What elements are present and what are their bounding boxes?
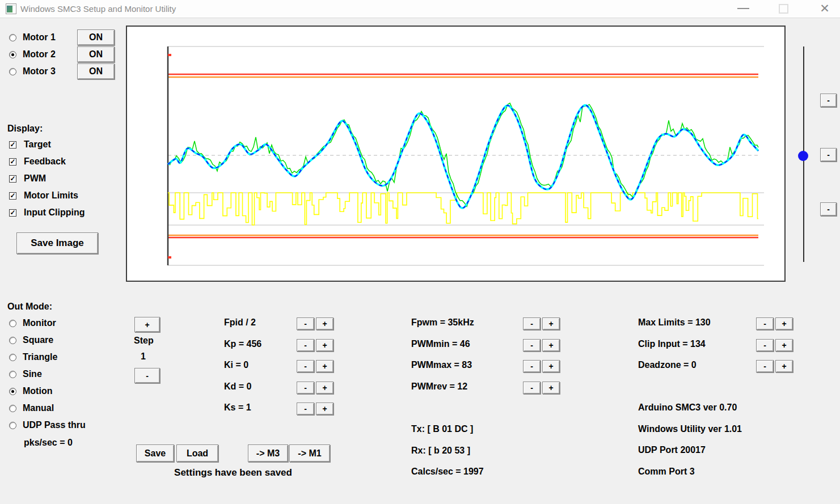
arduino-version: Arduino SMC3 ver 0.70 [638,403,737,413]
titlebar: Windows SMC3 Setup and Monitor Utility ✕ [0,0,840,18]
fpwm-plus-button[interactable]: + [542,317,560,330]
fpwm-minus-button[interactable]: - [523,317,541,330]
to-m3-button[interactable]: -> M3 [248,444,288,462]
scope-panel [126,26,786,282]
rx-readout: Rx: [ b 20 53 ] [411,446,470,456]
step-value: 1 [141,351,146,362]
app-icon [6,3,16,14]
clip-input-minus-button[interactable]: - [756,339,774,351]
udp-port: UDP Port 20017 [638,445,706,455]
kd-value: Kd = 0 [224,382,251,392]
scale-slider-handle[interactable] [798,151,808,161]
window-title: Windows SMC3 Setup and Monitor Utility [20,0,176,18]
minimize-icon[interactable] [737,0,749,18]
utility-version: Windows Utility ver 1.01 [638,424,742,434]
target-checkbox[interactable]: ✓ [9,141,16,149]
motor3-on-button[interactable]: ON [77,63,115,79]
max-limits-minus-button[interactable]: - [756,317,774,330]
deadzone-minus-button[interactable]: - [756,360,774,372]
motor2-on-button[interactable]: ON [77,46,115,62]
pwmmin-plus-button[interactable]: + [542,339,560,351]
motor1-on-button[interactable]: ON [77,29,115,45]
max-limits-plus-button[interactable]: + [775,317,793,330]
feedback-label: Feedback [24,156,66,167]
pwmmax-plus-button[interactable]: + [542,360,560,372]
fpid-value: Fpid / 2 [224,317,256,328]
square-label: Square [23,335,53,345]
close-icon[interactable]: ✕ [818,0,831,18]
scope-canvas [127,27,784,281]
save-button[interactable]: Save [136,444,174,462]
feedback-checkbox[interactable]: ✓ [9,158,16,166]
manual-label: Manual [23,403,54,413]
clip-input-value: Clip Input = 134 [638,339,706,349]
pwmmax-value: PWMmax = 83 [411,360,472,370]
motor-limits-label: Motor Limits [24,190,78,201]
ki-plus-button[interactable]: + [316,360,334,372]
load-button[interactable]: Load [176,444,218,462]
pwm-label: PWM [24,173,46,184]
target-label: Target [24,139,51,150]
kp-minus-button[interactable]: - [297,339,314,351]
calcs-per-sec-readout: Calcs/sec = 1997 [411,467,484,477]
sine-radio[interactable] [9,371,16,378]
ks-value: Ks = 1 [224,403,251,413]
ki-minus-button[interactable]: - [297,360,314,372]
step-plus-button[interactable]: + [134,317,160,332]
pwmmax-minus-button[interactable]: - [523,360,541,372]
display-heading: Display: [7,124,43,134]
scale-mid-minus-button[interactable]: - [820,148,837,162]
input-clipping-checkbox[interactable]: ✓ [9,209,16,217]
udp-pass-thru-label: UDP Pass thru [23,420,86,430]
out-mode-heading: Out Mode: [7,302,52,312]
step-minus-button[interactable]: - [134,368,160,383]
pwmrev-plus-button[interactable]: + [542,382,560,394]
pwmmin-minus-button[interactable]: - [523,339,541,351]
udp-pass-thru-radio[interactable] [9,422,16,429]
sine-label: Sine [23,369,42,379]
manual-radio[interactable] [9,405,16,412]
scale-top-minus-button[interactable]: - [820,94,837,107]
pks-per-sec-value: pks/sec = 0 [24,438,73,448]
deadzone-value: Deadzone = 0 [638,360,697,370]
triangle-label: Triangle [23,352,57,362]
motor3-label: Motor 3 [23,66,56,77]
motion-label: Motion [23,386,52,396]
to-m1-button[interactable]: -> M1 [289,444,330,462]
motor2-label: Motor 2 [23,49,56,60]
triangle-radio[interactable] [9,354,16,361]
maximize-icon[interactable] [779,0,788,18]
kd-minus-button[interactable]: - [297,382,314,394]
fpid-plus-button[interactable]: + [316,317,334,330]
tx-readout: Tx: [ B 01 DC ] [411,424,473,434]
fpwm-value: Fpwm = 35kHz [411,317,474,328]
pwmrev-minus-button[interactable]: - [523,382,541,394]
ks-minus-button[interactable]: - [297,403,314,415]
pwmmin-value: PWMmin = 46 [411,339,470,349]
clip-input-plus-button[interactable]: + [775,339,793,351]
kd-plus-button[interactable]: + [316,382,334,394]
save-image-button[interactable]: Save Image [16,232,98,254]
settings-status: Settings have been saved [153,467,313,478]
scale-bottom-minus-button[interactable]: - [820,202,837,216]
deadzone-plus-button[interactable]: + [775,360,793,372]
motor2-radio[interactable] [9,51,16,58]
pwm-checkbox[interactable]: ✓ [9,175,16,183]
ks-plus-button[interactable]: + [316,403,334,415]
pwmrev-value: PWMrev = 12 [411,382,467,392]
max-limits-value: Max Limits = 130 [638,317,711,328]
motor3-radio[interactable] [9,68,16,75]
monitor-label: Monitor [23,318,56,328]
input-clipping-label: Input Clipping [24,207,85,218]
ki-value: Ki = 0 [224,360,248,370]
kp-plus-button[interactable]: + [316,339,334,351]
square-radio[interactable] [9,337,16,344]
monitor-radio[interactable] [9,320,16,327]
motor1-label: Motor 1 [23,32,56,43]
motor-limits-checkbox[interactable]: ✓ [9,192,16,200]
motor1-radio[interactable] [9,34,16,41]
fpid-minus-button[interactable]: - [297,317,314,330]
kp-value: Kp = 456 [224,339,261,349]
motion-radio[interactable] [9,388,16,395]
step-label: Step [134,336,154,346]
